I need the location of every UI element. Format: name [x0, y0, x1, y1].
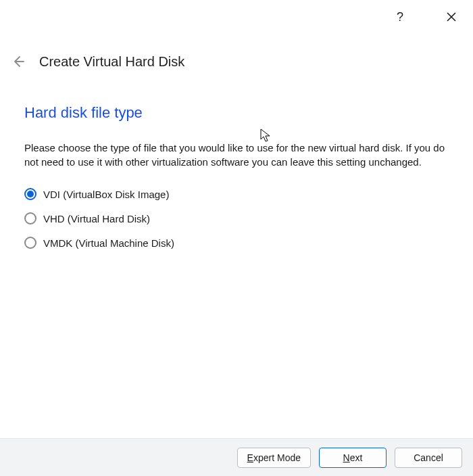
- wizard-footer: Expert Mode Next Cancel: [0, 438, 473, 476]
- radio-label: VDI (VirtualBox Disk Image): [43, 189, 169, 200]
- radio-option-vhd[interactable]: VHD (Virtual Hard Disk): [24, 212, 449, 224]
- next-button[interactable]: Next: [319, 448, 387, 468]
- wizard-content: Hard disk file type Please choose the ty…: [0, 70, 473, 249]
- radio-option-vdi[interactable]: VDI (VirtualBox Disk Image): [24, 188, 449, 200]
- radio-icon: [24, 237, 36, 249]
- window-titlebar: ?: [0, 0, 473, 34]
- radio-label: VHD (Virtual Hard Disk): [43, 213, 150, 224]
- help-button[interactable]: ?: [391, 7, 409, 26]
- expert-mode-button[interactable]: Expert Mode: [237, 448, 311, 468]
- section-description: Please choose the type of file that you …: [24, 141, 449, 169]
- radio-label: VMDK (Virtual Machine Disk): [43, 237, 174, 249]
- section-heading: Hard disk file type: [24, 104, 449, 122]
- radio-icon: [24, 212, 36, 224]
- close-icon: [446, 11, 457, 22]
- radio-icon: [24, 188, 36, 200]
- help-icon: ?: [397, 10, 403, 24]
- cancel-button[interactable]: Cancel: [395, 448, 462, 468]
- disk-type-radio-group: VDI (VirtualBox Disk Image) VHD (Virtual…: [24, 188, 449, 249]
- button-label: Next: [343, 452, 363, 463]
- back-button[interactable]: [9, 53, 27, 70]
- wizard-header: Create Virtual Hard Disk: [0, 34, 473, 70]
- close-button[interactable]: [442, 7, 461, 26]
- button-label: Expert Mode: [247, 452, 301, 463]
- button-label: Cancel: [414, 452, 443, 463]
- radio-option-vmdk[interactable]: VMDK (Virtual Machine Disk): [24, 237, 449, 249]
- wizard-title: Create Virtual Hard Disk: [39, 54, 184, 70]
- arrow-left-icon: [11, 55, 25, 68]
